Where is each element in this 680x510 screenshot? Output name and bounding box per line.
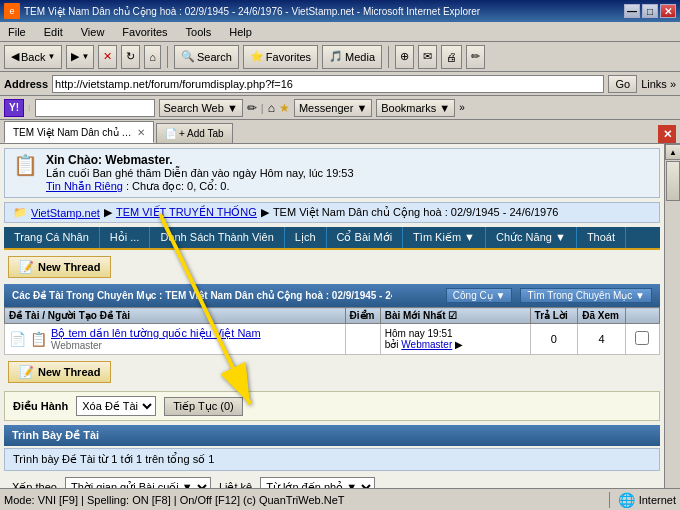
row-checkbox[interactable] bbox=[635, 331, 649, 345]
admin-action-select[interactable]: Xóa Đề Tài bbox=[76, 396, 156, 416]
media-button[interactable]: 🎵 Media bbox=[322, 45, 382, 69]
search-button[interactable]: 🔍 Search bbox=[174, 45, 239, 69]
new-thread-button[interactable]: 📝 New Thread bbox=[8, 256, 111, 278]
admin-section: Điều Hành Xóa Đề Tài Tiếp Tục (0) bbox=[4, 391, 660, 421]
maximize-button[interactable]: □ bbox=[642, 4, 658, 18]
nav-tab-functions[interactable]: Chức Năng ▼ bbox=[486, 227, 577, 248]
pm-link[interactable]: Tin Nhắn Riêng bbox=[46, 180, 123, 192]
latest-cell: Hôm nay 19:51 bởi Webmaster ▶ bbox=[380, 324, 530, 355]
search-bar: Y! ! Search Web ▼ ✏ | ⌂ ★ Messenger ▼ Bo… bbox=[0, 96, 680, 120]
scroll-up-button[interactable]: ▲ bbox=[665, 144, 680, 160]
menu-favorites[interactable]: Favorites bbox=[118, 24, 171, 40]
breadcrumb-icon: 📁 bbox=[13, 206, 27, 219]
table-row: 📄 📋 Bộ tem dần lên tường quốc hiệu Việt … bbox=[5, 324, 660, 355]
back-button[interactable]: ◀ Back ▼ bbox=[4, 45, 62, 69]
add-tab-button[interactable]: 📄 + Add Tab bbox=[156, 123, 233, 143]
home-button[interactable]: ⌂ bbox=[144, 45, 161, 69]
nav-tab-members[interactable]: Danh Sách Thành Viên bbox=[150, 227, 284, 248]
address-label: Address bbox=[4, 78, 48, 90]
status-zone: 🌐 Internet bbox=[609, 492, 676, 508]
checkbox-cell[interactable] bbox=[625, 324, 659, 355]
display-section-header: Trình Bày Đề Tài bbox=[4, 425, 660, 446]
search-arrow-icon: ▼ bbox=[464, 231, 475, 243]
col-score: Điểm bbox=[345, 308, 380, 324]
tool-button[interactable]: Công Cụ ▼ bbox=[446, 288, 513, 303]
admin-label: Điều Hành bbox=[13, 400, 68, 413]
favorites-button[interactable]: ⭐ Favorites bbox=[243, 45, 318, 69]
menu-edit[interactable]: Edit bbox=[40, 24, 67, 40]
topic-icon-2: 📋 bbox=[30, 331, 47, 347]
admin-submit-button[interactable]: Tiếp Tục (0) bbox=[164, 397, 242, 416]
tab-label: TEM Việt Nam Dân chủ Cộng hò... bbox=[13, 127, 133, 138]
breadcrumb-current: TEM Việt Nam Dân chủ Cộng hoà : 02/9/194… bbox=[273, 206, 559, 219]
refresh-button[interactable]: ↻ bbox=[121, 45, 140, 69]
title-bar: e TEM Việt Nam Dân chủ Cộng hoà : 02/9/1… bbox=[0, 0, 680, 22]
nav-tab-newposts[interactable]: Cổ Bài Mới bbox=[327, 227, 404, 248]
forward-button[interactable]: ▶ ▼ bbox=[66, 45, 94, 69]
tab-close-icon[interactable]: ✕ bbox=[137, 127, 145, 138]
edit-button[interactable]: ✏ bbox=[466, 45, 485, 69]
nav-tab-ask[interactable]: Hỏi ... bbox=[100, 227, 151, 248]
print-button[interactable]: 🖨 bbox=[441, 45, 462, 69]
topics-header: Các Đề Tài Trong Chuyên Mục : TEM Việt N… bbox=[4, 284, 660, 307]
nav-tab-profile[interactable]: Trang Cá Nhân bbox=[4, 227, 100, 248]
latest-author-link[interactable]: Webmaster bbox=[401, 339, 452, 350]
breadcrumb-home[interactable]: VietStamp.net bbox=[31, 207, 100, 219]
zone-label: Internet bbox=[639, 494, 676, 506]
search-web-button[interactable]: Search Web ▼ bbox=[159, 99, 243, 117]
search-topic-button[interactable]: Tìm Trong Chuyên Mục ▼ bbox=[520, 288, 652, 303]
nav-tab-search[interactable]: Tìm Kiếm ▼ bbox=[403, 227, 486, 248]
topic-author: Webmaster bbox=[51, 340, 261, 351]
mail-button[interactable]: ✉ bbox=[418, 45, 437, 69]
col-views: Đã Xem bbox=[578, 308, 626, 324]
scroll-thumb[interactable] bbox=[666, 161, 680, 201]
new-thread-bar: 📝 New Thread bbox=[4, 252, 660, 282]
forward-icon: ▶ bbox=[71, 50, 79, 63]
tab-bar: TEM Việt Nam Dân chủ Cộng hò... ✕ 📄 + Ad… bbox=[0, 120, 680, 144]
menu-help[interactable]: Help bbox=[225, 24, 256, 40]
bookmarks-button[interactable]: Bookmarks ▼ bbox=[376, 99, 455, 117]
close-button[interactable]: ✕ bbox=[660, 4, 676, 18]
star-icon: ⭐ bbox=[250, 50, 264, 63]
topic-link[interactable]: Bộ tem dần lên tường quốc hiệu Việt Nam bbox=[51, 327, 261, 339]
go-button[interactable]: Go bbox=[608, 75, 637, 93]
nav-tab-calendar[interactable]: Lịch bbox=[285, 227, 327, 248]
page-body: 📋 Xin Chào: Webmaster. Lần cuối Ban ghé … bbox=[0, 144, 664, 510]
history-icon: ⊕ bbox=[400, 50, 409, 63]
new-thread-button-2[interactable]: 📝 New Thread bbox=[8, 361, 111, 383]
stop-button[interactable]: ✕ bbox=[98, 45, 117, 69]
functions-arrow-icon: ▼ bbox=[555, 231, 566, 243]
stop-icon: ✕ bbox=[103, 50, 112, 63]
main-tab[interactable]: TEM Việt Nam Dân chủ Cộng hò... ✕ bbox=[4, 121, 154, 143]
star-favorite-icon: ★ bbox=[279, 101, 290, 115]
menu-tools[interactable]: Tools bbox=[182, 24, 216, 40]
yahoo-exclaim: ! bbox=[28, 103, 31, 113]
new-thread-icon: 📝 bbox=[19, 260, 34, 274]
nav-tab-logout[interactable]: Thoát bbox=[577, 227, 626, 248]
scrollbar[interactable]: ▲ ▼ bbox=[664, 144, 680, 510]
topic-icon-1: 📄 bbox=[9, 331, 26, 347]
breadcrumb-arrow-1: ▶ bbox=[104, 206, 112, 219]
breadcrumb-section[interactable]: TEM VIẾT TRUYỀN THỐNG bbox=[116, 206, 257, 219]
forum-table: Đề Tài / Người Tạo Đề Tài Điểm Bài Mới N… bbox=[4, 307, 660, 355]
minimize-button[interactable]: — bbox=[624, 4, 640, 18]
address-input[interactable] bbox=[52, 75, 604, 93]
home-icon: ⌂ bbox=[268, 101, 275, 115]
refresh-icon: ↻ bbox=[126, 50, 135, 63]
messenger-button[interactable]: Messenger ▼ bbox=[294, 99, 372, 117]
edit-icon: ✏ bbox=[471, 50, 480, 63]
search-input[interactable] bbox=[35, 99, 155, 117]
separator-icon: | bbox=[261, 102, 264, 114]
history-button[interactable]: ⊕ bbox=[395, 45, 414, 69]
col-replies: Trả Lời bbox=[530, 308, 578, 324]
breadcrumb-arrow-2: ▶ bbox=[261, 206, 269, 219]
new-thread-bar-2: 📝 New Thread bbox=[4, 357, 660, 387]
replies-cell: 0 bbox=[530, 324, 578, 355]
back-arrow-icon: ▼ bbox=[47, 52, 55, 61]
toolbar: ◀ Back ▼ ▶ ▼ ✕ ↻ ⌂ 🔍 Search ⭐ Favorites … bbox=[0, 42, 680, 72]
menu-view[interactable]: View bbox=[77, 24, 109, 40]
close-x-button[interactable]: ✕ bbox=[658, 125, 676, 143]
welcome-body: Lần cuối Ban ghé thăm Diễn đàn vào ngày … bbox=[46, 167, 354, 193]
breadcrumb: 📁 VietStamp.net ▶ TEM VIẾT TRUYỀN THỐNG … bbox=[4, 202, 660, 223]
menu-file[interactable]: File bbox=[4, 24, 30, 40]
